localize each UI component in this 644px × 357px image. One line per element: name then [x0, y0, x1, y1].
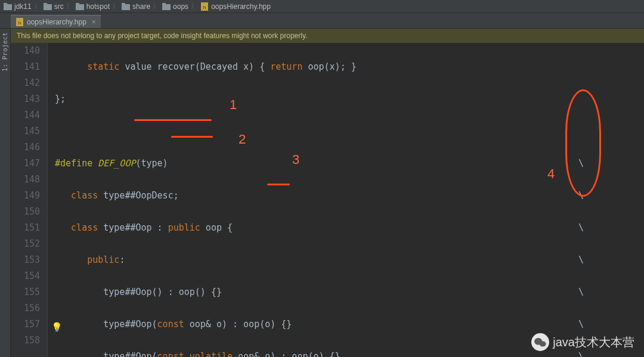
- crumb-label: share: [132, 2, 150, 11]
- colon: :: [119, 254, 125, 265]
- tab-oopshierarchy[interactable]: h oopsHierarchy.hpp ×: [11, 15, 101, 28]
- keyword: public: [168, 222, 200, 233]
- folder-icon: [44, 3, 52, 10]
- svg-rect-8: [162, 4, 171, 10]
- folder-icon: [162, 3, 171, 10]
- svg-rect-6: [122, 4, 130, 10]
- crumb-label: oopsHierarchy.hpp: [211, 2, 271, 11]
- warning-banner: This file does not belong to any project…: [11, 29, 644, 43]
- keyword: public: [87, 254, 119, 265]
- backslash: \: [578, 156, 584, 172]
- chevron-right-icon: 〉: [153, 1, 160, 11]
- code-editor[interactable]: 1401411421431441451461471481491501511521…: [11, 43, 644, 357]
- folder-icon: [4, 3, 12, 10]
- backslash: \: [578, 188, 584, 204]
- code-line[interactable]: public:\: [55, 252, 644, 268]
- keyword: static: [87, 61, 119, 72]
- code-line[interactable]: type##Oop(const oop& o) : oop(o) {}\: [55, 316, 644, 333]
- code-area[interactable]: static value recover(Decayed x) { return…: [48, 43, 644, 357]
- backslash: \: [578, 316, 584, 333]
- code-text: type##Oop(: [103, 351, 157, 357]
- code-text: };: [55, 94, 66, 104]
- line-number: 149: [11, 188, 40, 204]
- svg-point-15: [540, 341, 546, 346]
- line-number: 155: [11, 284, 40, 300]
- project-tool-button[interactable]: 1: Project: [0, 29, 11, 357]
- code-text: value recover(Decayed x) {: [119, 61, 270, 72]
- line-number: 148: [11, 172, 40, 188]
- svg-rect-2: [44, 4, 52, 10]
- line-number: 151: [11, 220, 40, 236]
- code-line[interactable]: class type##Oop : public oop {\: [55, 220, 644, 236]
- code-line[interactable]: class type##OopDesc;\: [55, 188, 644, 204]
- code-text: Oop :: [135, 222, 168, 233]
- hpp-file-icon: h: [200, 2, 209, 11]
- code-text: oop& o) : oop(o) {}: [184, 319, 292, 330]
- code-text: type: [103, 222, 125, 233]
- chevron-right-icon: 〉: [112, 1, 119, 11]
- red-underline: [267, 184, 290, 185]
- line-number: 152: [11, 236, 40, 252]
- project-tool-label: 1: Project: [1, 32, 9, 72]
- macro-name: DEF_OOP: [92, 158, 135, 169]
- crumb-label: hotspot: [86, 2, 110, 11]
- line-number: 150: [11, 204, 40, 220]
- chevron-right-icon: 〉: [191, 1, 198, 11]
- warning-text: This file does not belong to any project…: [17, 32, 307, 40]
- op: ##: [125, 222, 135, 233]
- op: ##: [125, 190, 135, 201]
- keyword: const volatile: [157, 351, 233, 357]
- folder-icon: [76, 3, 84, 10]
- line-number: 140: [11, 43, 40, 59]
- svg-rect-0: [4, 4, 12, 10]
- line-number: 156: [11, 300, 40, 316]
- crumb-oops[interactable]: oops: [162, 2, 188, 11]
- code-text: oop& o) : oop(o) {}: [233, 351, 340, 357]
- backslash: \: [578, 284, 584, 300]
- backslash: \: [578, 220, 584, 236]
- code-line[interactable]: static value recover(Decayed x) { return…: [55, 59, 644, 75]
- svg-rect-1: [4, 3, 7, 5]
- svg-rect-5: [76, 3, 79, 5]
- code-text: type##Oop(: [103, 319, 157, 330]
- line-number: 153: [11, 252, 40, 268]
- watermark-text: java技术大本营: [553, 334, 634, 350]
- chevron-right-icon: 〉: [66, 1, 73, 11]
- hpp-file-icon: h: [16, 18, 24, 26]
- svg-rect-7: [122, 3, 125, 5]
- keyword: const: [157, 319, 184, 330]
- red-underline: [134, 119, 212, 121]
- svg-text:h: h: [203, 5, 206, 10]
- line-number: 144: [11, 107, 40, 123]
- line-number: 147: [11, 156, 40, 172]
- line-number: 145: [11, 123, 40, 139]
- wechat-icon: [531, 333, 549, 351]
- code-text: OopDesc;: [135, 190, 178, 201]
- line-number: 154: [11, 268, 40, 284]
- code-text: type: [103, 190, 125, 201]
- svg-text:h: h: [18, 20, 21, 26]
- svg-rect-9: [162, 3, 166, 5]
- crumb-src[interactable]: src: [44, 2, 64, 11]
- code-line[interactable]: };: [55, 91, 644, 107]
- keyword: class: [71, 222, 103, 233]
- svg-rect-3: [44, 3, 47, 5]
- line-number: 142: [11, 75, 40, 91]
- crumb-hotspot[interactable]: hotspot: [76, 2, 110, 11]
- chevron-right-icon: 〉: [34, 1, 41, 11]
- line-gutter: 1401411421431441451461471481491501511521…: [11, 43, 48, 357]
- crumb-jdk11[interactable]: jdk11: [4, 2, 32, 11]
- code-line[interactable]: type##Oop() : oop() {}\: [55, 284, 644, 300]
- watermark: java技术大本营: [531, 333, 634, 351]
- keyword: return: [270, 61, 302, 72]
- close-icon[interactable]: ×: [92, 18, 96, 26]
- crumb-file[interactable]: h oopsHierarchy.hpp: [200, 2, 271, 11]
- code-line[interactable]: [55, 123, 644, 139]
- backslash: \: [578, 252, 584, 268]
- crumb-share[interactable]: share: [122, 2, 150, 11]
- intention-bulb-icon[interactable]: 💡: [51, 319, 63, 336]
- code-line[interactable]: #define DEF_OOP(type)\: [55, 156, 644, 172]
- folder-icon: [122, 3, 130, 10]
- code-text: oop {: [200, 222, 233, 233]
- code-text: oop(x); }: [302, 61, 356, 72]
